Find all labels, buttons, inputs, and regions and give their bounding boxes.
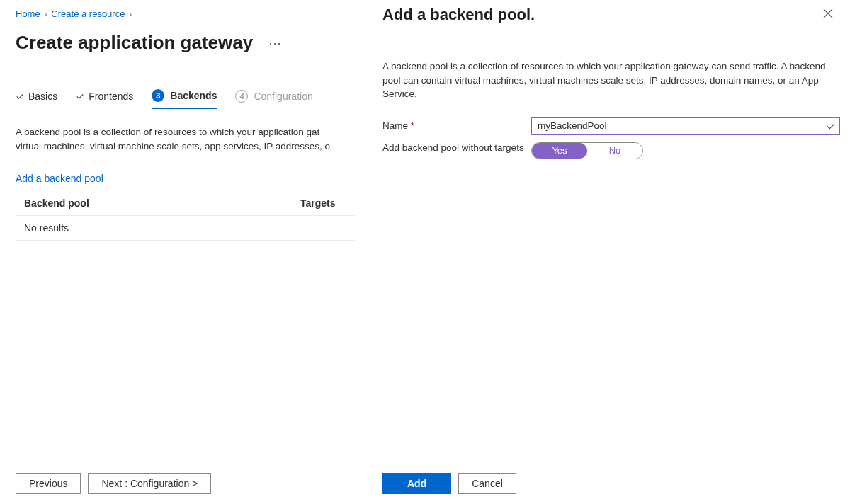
no-results-text: No results [24, 222, 300, 234]
no-targets-label: Add backend pool without targets [382, 142, 531, 153]
main-pane: Home › Create a resource › Create applic… [0, 0, 368, 504]
breadcrumb-create-resource[interactable]: Create a resource [51, 8, 125, 19]
close-icon[interactable] [820, 6, 836, 21]
breadcrumb-home[interactable]: Home [16, 8, 40, 19]
page-title-row: Create application gateway ⋯ [16, 32, 368, 54]
cancel-button[interactable]: Cancel [458, 473, 516, 494]
add-backend-pool-link[interactable]: Add a backend pool [16, 173, 103, 184]
description-line: A backend pool is a collection of resour… [16, 127, 319, 137]
name-input[interactable] [531, 117, 840, 135]
step-number-badge: 3 [152, 89, 164, 102]
wizard-tabs: Basics Frontends 3 Backends 4 Configurat… [16, 89, 368, 110]
form-row-no-targets: Add backend pool without targets Yes No [382, 142, 850, 159]
breadcrumb: Home › Create a resource › [16, 8, 368, 19]
check-icon [76, 92, 84, 101]
panel-title: Add a backend pool. [382, 6, 820, 24]
toggle-yes[interactable]: Yes [532, 143, 587, 159]
no-targets-toggle[interactable]: Yes No [531, 142, 643, 159]
name-label: Name * [382, 120, 531, 131]
tab-basics[interactable]: Basics [16, 91, 57, 108]
required-asterisk: * [411, 120, 414, 131]
tab-label: Backends [170, 90, 217, 101]
tab-label: Configuration [254, 91, 312, 102]
toggle-no[interactable]: No [587, 143, 642, 159]
more-icon[interactable]: ⋯ [268, 37, 283, 50]
wizard-footer: Previous Next : Configuration > [16, 473, 211, 494]
panel-header: Add a backend pool. [382, 6, 850, 24]
tab-label: Basics [28, 91, 57, 102]
add-backend-pool-panel: Add a backend pool. A backend pool is a … [382, 0, 850, 504]
table-header: Backend pool Targets [16, 191, 356, 216]
name-input-wrap [531, 117, 840, 135]
chevron-right-icon: › [129, 10, 132, 18]
panel-footer: Add Cancel [382, 473, 516, 494]
tab-description: A backend pool is a collection of resour… [16, 125, 370, 153]
description-line: virtual machines, virtual machine scale … [16, 141, 330, 151]
col-targets: Targets [300, 197, 356, 209]
form-row-name: Name * [382, 117, 850, 135]
col-backend-pool: Backend pool [24, 197, 300, 209]
chevron-right-icon: › [45, 10, 47, 18]
table-row-empty: No results [16, 216, 356, 241]
next-button[interactable]: Next : Configuration > [88, 473, 211, 494]
tab-label: Frontends [89, 91, 133, 102]
tab-frontends[interactable]: Frontends [76, 91, 133, 108]
empty-cell [300, 222, 356, 234]
tab-backends[interactable]: 3 Backends [152, 89, 217, 109]
page-title: Create application gateway [16, 32, 253, 54]
panel-description: A backend pool is a collection of resour… [382, 59, 850, 101]
check-icon [16, 92, 24, 101]
tab-configuration: 4 Configuration [235, 90, 312, 108]
label-text: Name [382, 120, 408, 131]
valid-check-icon [826, 121, 836, 131]
backend-pool-table: Backend pool Targets No results [16, 191, 356, 241]
add-button[interactable]: Add [382, 473, 451, 494]
step-number-badge: 4 [235, 90, 248, 103]
previous-button[interactable]: Previous [16, 473, 81, 494]
